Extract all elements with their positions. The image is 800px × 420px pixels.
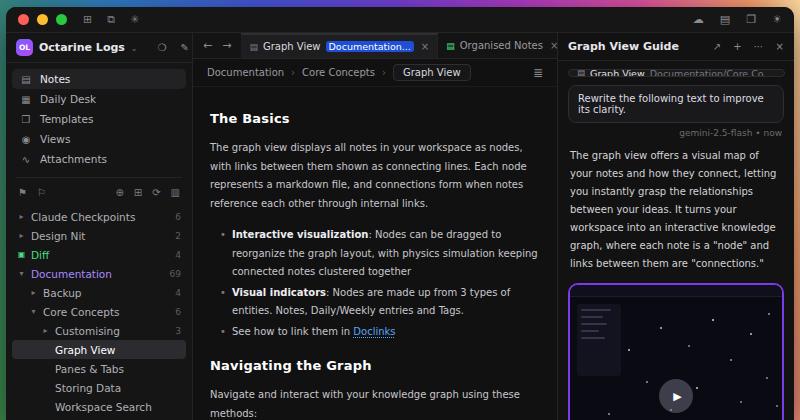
chevron-right-icon[interactable]: ▸ [17, 212, 26, 221]
chevron-expanded-icon[interactable]: ▾ [17, 269, 26, 278]
refresh-icon[interactable]: ⟳ [152, 187, 160, 198]
tree-item-workspace-search[interactable]: Workspace Search [12, 397, 186, 416]
tree-label: Diff [31, 249, 170, 261]
tree-label: Documentation [31, 268, 165, 280]
stack-icon[interactable]: ⧉ [107, 13, 115, 26]
context-chip[interactable]: ▤ Graph View Documentation/Core Concepts [568, 69, 785, 77]
tree-item-diff[interactable]: ▣ Diff 4 [12, 245, 186, 264]
meta-separator: • [755, 128, 760, 138]
tree-label: Design Nit [31, 230, 170, 242]
chevron-right-icon[interactable]: ▸ [29, 288, 38, 297]
tree-item-documentation[interactable]: ▾ Documentation 69 [12, 264, 186, 283]
spark-icon[interactable]: ✳ [130, 13, 139, 26]
close-window-button[interactable] [18, 14, 29, 25]
assistant-header: Graph View Guide ↗ + ⋯ × [558, 33, 794, 61]
zoom-window-button[interactable] [56, 14, 67, 25]
breadcrumb-item-core-concepts[interactable]: Core Concepts [302, 67, 375, 78]
document-icon: ▤ [249, 42, 258, 52]
user-prompt-bubble: Rewrite the following text to improve it… [568, 85, 784, 123]
cloud-sync-icon[interactable]: ☁ [693, 13, 704, 26]
tree-count: 6 [175, 212, 181, 222]
tree-label: Claude Checkpoints [31, 211, 170, 223]
chevron-right-icon[interactable]: ▸ [17, 231, 26, 240]
tab-title-highlight: Documentation... [326, 41, 414, 52]
sidebar-divider [16, 177, 182, 178]
traffic-lights [18, 14, 67, 25]
play-icon: ▶ [673, 390, 681, 403]
outline-icon[interactable]: ≣ [533, 66, 543, 80]
bullet-item: Interactive visualization: Nodes can be … [218, 226, 540, 282]
workspace-name: Octarine Logs [39, 41, 125, 54]
sidebar-item-views[interactable]: ◉ Views [12, 129, 186, 149]
bullet-lead: Interactive visualization [232, 229, 368, 240]
bullet-text: See how to link them in [232, 326, 353, 337]
windows-icon[interactable]: ❐ [746, 13, 756, 26]
sidebar-item-notes[interactable]: ▤ Notes [12, 69, 186, 89]
grid-icon[interactable]: ⊞ [83, 13, 92, 26]
bullet-item: Visual indicators: Nodes are made up fro… [218, 284, 540, 321]
video-mini-titlebar [570, 285, 782, 297]
minimize-window-button[interactable] [37, 14, 48, 25]
tree-item-backup[interactable]: ▸ Backup 4 [12, 283, 186, 302]
more-icon[interactable]: ⋯ [754, 41, 764, 52]
app-window: ⊞ ⧉ ✳ ☁ ▤ ❐ ☀ OL Octarine Logs ⌄ ❍ [6, 7, 794, 420]
chevron-right-icon[interactable]: ▸ [41, 326, 50, 335]
sidebar-item-label: Attachments [40, 153, 107, 165]
breadcrumb-separator: › [291, 67, 295, 78]
share-icon[interactable]: ↗ [713, 41, 721, 52]
close-panel-icon[interactable]: × [776, 41, 784, 52]
tab-organised-notes[interactable]: ▤ Organised Notes × [438, 33, 567, 58]
video-preview[interactable]: ▶ [568, 283, 784, 420]
tree-label: Panes & Tabs [55, 363, 181, 375]
sidebar-item-daily-desk[interactable]: ▦ Daily Desk [12, 89, 186, 109]
compose-icon[interactable]: ✎ [181, 42, 189, 53]
doclinks-link[interactable]: Doclinks [353, 326, 395, 337]
sidebar-item-label: Daily Desk [40, 93, 96, 105]
new-file-icon[interactable]: ⊕ [115, 187, 123, 198]
tree-count: 69 [170, 269, 181, 279]
play-button[interactable]: ▶ [659, 379, 693, 413]
panels-icon[interactable]: ▥ [171, 187, 180, 198]
sidebar-item-templates[interactable]: ❒ Templates [12, 109, 186, 129]
views-icon: ◉ [20, 134, 32, 145]
brightness-icon[interactable]: ☀ [772, 13, 782, 26]
tree-item-customising[interactable]: ▸ Customising 3 [12, 321, 186, 340]
sidebar: OL Octarine Logs ⌄ ❍ ✎ ▤ Notes ▦ Daily D… [6, 33, 193, 420]
pin-icon[interactable]: ⚑ [18, 187, 27, 198]
workspace-selector[interactable]: OL Octarine Logs ⌄ ❍ ✎ [6, 33, 192, 63]
new-folder-icon[interactable]: ⊞ [134, 187, 142, 198]
diff-icon: ▣ [17, 250, 26, 259]
tree-count: 2 [175, 231, 181, 241]
chevron-expanded-icon[interactable]: ▾ [29, 307, 38, 316]
chevron-down-icon: ⌄ [131, 44, 138, 53]
tree-item-storing-data[interactable]: Storing Data [12, 378, 186, 397]
pin-outline-icon[interactable]: ⚐ [37, 187, 46, 198]
forward-icon[interactable]: → [222, 39, 231, 52]
note-title-field[interactable]: Graph View [393, 64, 471, 81]
tray-icon[interactable]: ▤ [720, 13, 730, 26]
paragraph: The graph view displays all notes in you… [210, 139, 540, 213]
back-icon[interactable]: ← [203, 39, 212, 52]
new-chat-icon[interactable]: + [733, 41, 741, 52]
notes-icon: ▤ [20, 74, 32, 85]
tree-item-daily-desk[interactable]: ▸ Daily Desk 75 [12, 416, 186, 420]
tree-item-graph-view[interactable]: Graph View [12, 340, 186, 359]
bullet-list: Interactive visualization: Nodes can be … [210, 226, 540, 341]
breadcrumb-separator: › [382, 67, 386, 78]
tree-item-core-concepts[interactable]: ▾ Core Concepts 6 [12, 302, 186, 321]
chat-icon[interactable]: ❍ [158, 42, 167, 53]
graph-nodes-decoration [570, 285, 572, 287]
tree-item-design-nit[interactable]: ▸ Design Nit 2 [12, 226, 186, 245]
breadcrumb: Documentation › Core Concepts › Graph Vi… [193, 59, 557, 87]
close-tab-icon[interactable]: × [421, 41, 429, 52]
breadcrumb-item-documentation[interactable]: Documentation [207, 67, 284, 78]
paragraph: Navigate and interact with your knowledg… [210, 386, 540, 420]
tab-graph-view[interactable]: ▤ Graph View Documentation... × [241, 33, 438, 58]
sidebar-item-attachments[interactable]: ∿ Attachments [12, 149, 186, 169]
note-content[interactable]: The Basics The graph view displays all n… [193, 87, 557, 420]
workspace-logo: OL [16, 39, 33, 56]
tree-item-claude-checkpoints[interactable]: ▸ Claude Checkpoints 6 [12, 207, 186, 226]
tab-title: Graph View [263, 41, 321, 52]
tree-label: Customising [55, 325, 170, 337]
tree-item-panes-tabs[interactable]: Panes & Tabs [12, 359, 186, 378]
